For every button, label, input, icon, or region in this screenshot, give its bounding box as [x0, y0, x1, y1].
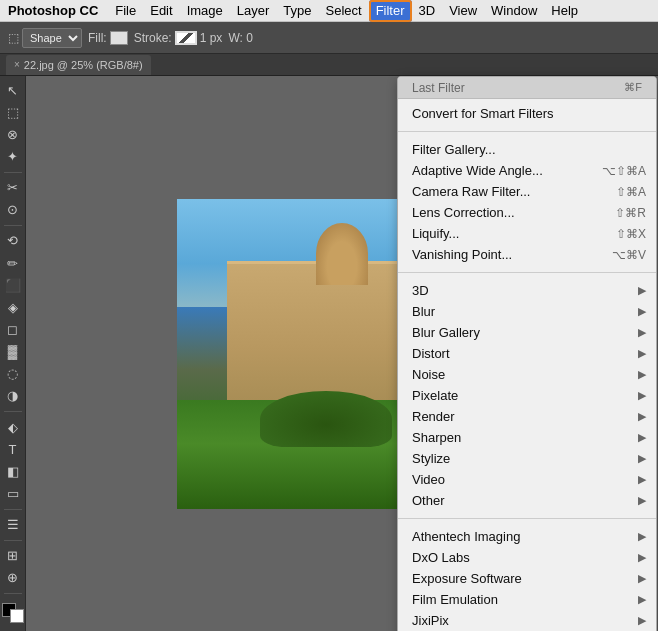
tool-brush[interactable]: ✏ [2, 253, 24, 273]
filter-distort[interactable]: Distort ▶ [398, 343, 656, 364]
tool-eraser[interactable]: ◻ [2, 319, 24, 339]
filter-noise[interactable]: Noise ▶ [398, 364, 656, 385]
filter-blur-gallery[interactable]: Blur Gallery ▶ [398, 322, 656, 343]
stroke-swatch[interactable] [175, 31, 197, 45]
last-filter-label[interactable]: Last Filter [408, 81, 469, 95]
effects-section: 3D ▶ Blur ▶ Blur Gallery ▶ Distort ▶ Noi… [398, 276, 656, 515]
tool-zoom[interactable]: ⊕ [2, 568, 24, 588]
tool-move[interactable]: ↖ [2, 80, 24, 100]
filter-blur[interactable]: Blur ▶ [398, 301, 656, 322]
tool-shape[interactable]: ▭ [2, 483, 24, 503]
top-filters-section: Filter Gallery... Adaptive Wide Angle...… [398, 135, 656, 269]
tool-blur[interactable]: ◌ [2, 364, 24, 384]
menu-top-row: Last Filter ⌘F [398, 77, 656, 99]
separator-1 [398, 131, 656, 132]
last-filter-shortcut: ⌘F [620, 81, 646, 94]
filter-3d[interactable]: 3D ▶ [398, 280, 656, 301]
separator-2 [398, 272, 656, 273]
tool-gradient[interactable]: ▓ [2, 342, 24, 362]
menu-filter[interactable]: Filter [369, 0, 412, 22]
plugin-jixipix[interactable]: JixiPix ▶ [398, 610, 656, 631]
camera-raw-filter[interactable]: Camera Raw Filter... ⇧⌘A [398, 181, 656, 202]
filter-pixelate[interactable]: Pixelate ▶ [398, 385, 656, 406]
tool-divider-1 [4, 172, 22, 173]
tool-healing[interactable]: ⟲ [2, 231, 24, 251]
plugin-athentech[interactable]: Athentech Imaging ▶ [398, 526, 656, 547]
menu-type[interactable]: Type [276, 0, 318, 22]
filter-sharpen[interactable]: Sharpen ▶ [398, 427, 656, 448]
toolbar-mode: ⬚ Shape [8, 28, 82, 48]
adaptive-wide-angle[interactable]: Adaptive Wide Angle... ⌥⇧⌘A [398, 160, 656, 181]
menu-file[interactable]: File [108, 0, 143, 22]
tool-colors[interactable] [2, 603, 24, 623]
toolbar: ⬚ Shape Fill: Stroke: 1 px W: 0 [0, 22, 658, 54]
tool-stamp[interactable]: ⬛ [2, 275, 24, 295]
shape-select[interactable]: Shape [22, 28, 82, 48]
fill-swatch[interactable] [110, 31, 128, 45]
tool-hand[interactable]: ⊞ [2, 546, 24, 566]
fill-label: Fill: [88, 31, 107, 45]
plugin-dxo[interactable]: DxO Labs ▶ [398, 547, 656, 568]
tool-divider-4 [4, 509, 22, 510]
tool-crop[interactable]: ✂ [2, 178, 24, 198]
tool-pen[interactable]: ⬖ [2, 417, 24, 437]
menu-image[interactable]: Image [180, 0, 230, 22]
tool-eyedropper[interactable]: ⊙ [2, 200, 24, 220]
menu-edit[interactable]: Edit [143, 0, 179, 22]
tool-3d[interactable]: ☰ [2, 515, 24, 535]
filter-gallery[interactable]: Filter Gallery... [398, 139, 656, 160]
stroke-size: 1 px [200, 31, 223, 45]
stroke-label: Stroke: [134, 31, 172, 45]
tab-close[interactable]: × [14, 55, 20, 75]
filter-other[interactable]: Other ▶ [398, 490, 656, 511]
toolbar-width: W: 0 [228, 31, 252, 45]
dome-layer [316, 223, 369, 285]
tool-type[interactable]: T [2, 439, 24, 459]
tool-divider-3 [4, 411, 22, 412]
plugin-film-emulation[interactable]: Film Emulation ▶ [398, 589, 656, 610]
document-tab[interactable]: × 22.jpg @ 25% (RGB/8#) [6, 55, 151, 75]
vanishing-point[interactable]: Vanishing Point... ⌥⌘V [398, 244, 656, 265]
tool-lasso[interactable]: ⊗ [2, 124, 24, 144]
tool-divider-2 [4, 225, 22, 226]
filter-dropdown: Last Filter ⌘F Convert for Smart Filters… [397, 76, 657, 631]
tabbar: × 22.jpg @ 25% (RGB/8#) [0, 54, 658, 76]
filter-render[interactable]: Render ▶ [398, 406, 656, 427]
plugin-exposure[interactable]: Exposure Software ▶ [398, 568, 656, 589]
tools-panel: ↖ ⬚ ⊗ ✦ ✂ ⊙ ⟲ ✏ ⬛ ◈ ◻ ▓ ◌ ◑ ⬖ T ◧ ▭ ☰ ⊞ … [0, 76, 26, 631]
lens-correction[interactable]: Lens Correction... ⇧⌘R [398, 202, 656, 223]
menu-window[interactable]: Window [484, 0, 544, 22]
liquify[interactable]: Liquify... ⇧⌘X [398, 223, 656, 244]
toolbar-stroke: Stroke: 1 px [134, 31, 223, 45]
main-area: ↖ ⬚ ⊗ ✦ ✂ ⊙ ⟲ ✏ ⬛ ◈ ◻ ▓ ◌ ◑ ⬖ T ◧ ▭ ☰ ⊞ … [0, 76, 658, 631]
tool-divider-6 [4, 593, 22, 594]
menu-select[interactable]: Select [318, 0, 368, 22]
filter-video[interactable]: Video ▶ [398, 469, 656, 490]
tab-title: 22.jpg @ 25% (RGB/8#) [24, 55, 143, 75]
filter-stylize[interactable]: Stylize ▶ [398, 448, 656, 469]
plugins-section: Athentech Imaging ▶ DxO Labs ▶ Exposure … [398, 522, 656, 631]
separator-3 [398, 518, 656, 519]
menu-view[interactable]: View [442, 0, 484, 22]
convert-smart-filters[interactable]: Convert for Smart Filters [398, 103, 656, 124]
app-name: Photoshop CC [8, 3, 98, 18]
tool-marquee[interactable]: ⬚ [2, 102, 24, 122]
background-color[interactable] [10, 609, 24, 623]
toolbar-fill: Fill: [88, 31, 128, 45]
bushes-layer [260, 391, 392, 447]
menu-help[interactable]: Help [544, 0, 585, 22]
menubar: Photoshop CC File Edit Image Layer Type … [0, 0, 658, 22]
tool-path-select[interactable]: ◧ [2, 461, 24, 481]
width-label: W: 0 [228, 31, 252, 45]
menu-layer[interactable]: Layer [230, 0, 277, 22]
convert-section: Convert for Smart Filters [398, 99, 656, 128]
tool-history-brush[interactable]: ◈ [2, 297, 24, 317]
mode-icon: ⬚ [8, 31, 19, 45]
tool-divider-5 [4, 540, 22, 541]
menu-3d[interactable]: 3D [412, 0, 443, 22]
tool-dodge[interactable]: ◑ [2, 386, 24, 406]
tool-magic-wand[interactable]: ✦ [2, 146, 24, 166]
